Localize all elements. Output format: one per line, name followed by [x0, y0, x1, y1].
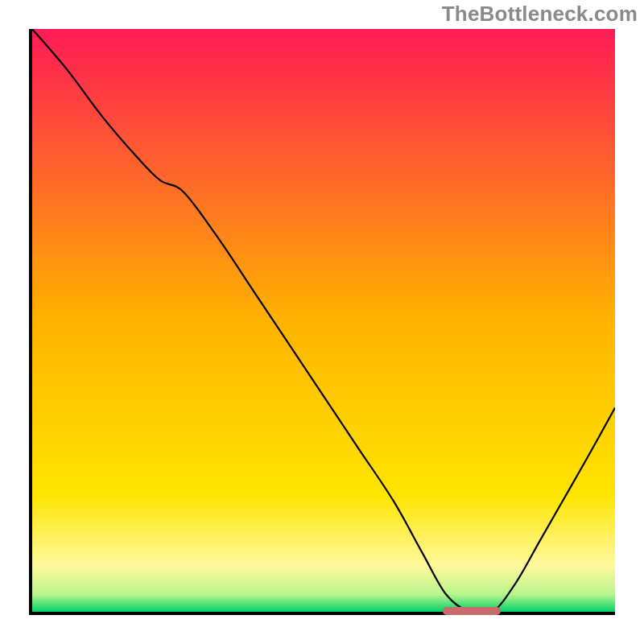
plot-area [29, 29, 615, 615]
chart-container: TheBottleneck.com [0, 0, 644, 644]
minimum-region-marker [443, 607, 502, 615]
watermark-text: TheBottleneck.com [442, 2, 638, 27]
curve-layer [32, 29, 615, 612]
bottleneck-curve [32, 29, 615, 612]
